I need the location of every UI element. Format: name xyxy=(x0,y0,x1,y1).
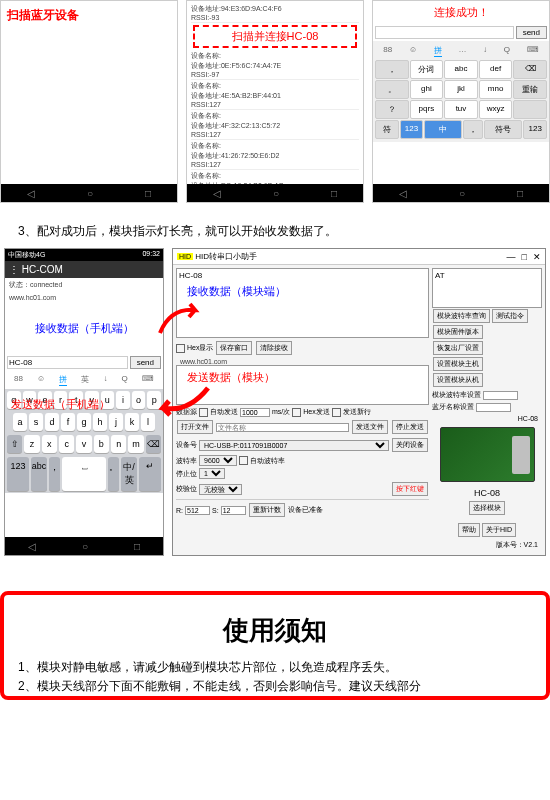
maximize-icon[interactable]: □ xyxy=(522,252,527,262)
send-label-phone: 发送数据（手机端） xyxy=(11,397,110,412)
connect-overlay: 扫描并连接HC-08 xyxy=(193,25,357,48)
status-bar: 中国移动4G09:32 xyxy=(5,249,163,261)
parity-select[interactable]: 无校验 xyxy=(199,484,242,495)
scan-title: 扫描蓝牙设备 xyxy=(1,1,177,30)
home-icon[interactable]: ○ xyxy=(87,188,93,199)
instruction-3: 3、配对成功后，模块指示灯长亮，就可以开始收发数据了。 xyxy=(0,213,550,248)
hex-send-checkbox[interactable] xyxy=(292,408,301,417)
arrow-send xyxy=(153,383,213,423)
help-button[interactable]: 帮助 xyxy=(458,523,480,537)
space-key[interactable]: ⎵ xyxy=(62,457,106,491)
about-button[interactable]: 关于HID xyxy=(482,523,516,537)
connected-title: 连接成功！ xyxy=(373,1,549,24)
send-button[interactable]: send xyxy=(130,356,161,369)
hex-show-checkbox[interactable] xyxy=(176,344,185,353)
receive-textarea[interactable]: HC-08 接收数据（模块端） xyxy=(176,268,429,338)
stopbit-select[interactable]: 1 xyxy=(199,468,225,479)
auto-baud-checkbox[interactable] xyxy=(239,456,248,465)
keyboard: 88 ☺ 拼 … ↓ Q ⌨ ，分词abcdef⌫ 。ghijklmno重输 ？… xyxy=(373,41,549,142)
send-file-button[interactable]: 发送文件 xyxy=(352,420,388,434)
btn-set-master[interactable]: 设置模块主机 xyxy=(433,357,483,371)
select-module-button[interactable]: 选择模块 xyxy=(469,501,505,515)
btn-firmware[interactable]: 模块固件版本 xyxy=(433,325,483,339)
window-titlebar: HID HID转串口小助手 —□✕ xyxy=(173,249,545,265)
btn-set-slave[interactable]: 设置模块从机 xyxy=(433,373,483,387)
baud-select[interactable]: 9600 xyxy=(199,455,237,466)
recount-button[interactable]: 重新计数 xyxy=(249,503,285,517)
press-red-button[interactable]: 按下红键 xyxy=(392,482,428,496)
close-icon[interactable]: ✕ xyxy=(533,252,541,262)
notice-title: 使用须知 xyxy=(12,607,538,658)
notice-line-2: 2、模块天线部分下面不能敷铜，不能走线，否则会影响信号。建议天线部分 xyxy=(12,677,538,696)
save-window-button[interactable]: 保存窗口 xyxy=(216,341,252,355)
send-label-win: 发送数据（模块） xyxy=(179,368,426,387)
module-label: HC-08 xyxy=(432,486,542,500)
btn-test-cmd[interactable]: 测试指令 xyxy=(492,309,528,323)
send-button[interactable]: send xyxy=(516,26,547,39)
clear-recv-button[interactable]: 清除接收 xyxy=(256,341,292,355)
module-photo xyxy=(440,427,535,482)
conn-status: 状态：connected xyxy=(5,278,163,292)
hid-serial-window: HID HID转串口小助手 —□✕ HC-08 接收数据（模块端） Hex显示 … xyxy=(172,248,546,556)
at-textarea[interactable]: AT xyxy=(432,268,542,308)
device-list: 设备地址:94:E3:6D:9A:C4:F6RSSI:-93 扫描并连接HC-0… xyxy=(187,1,363,202)
minimize-icon[interactable]: — xyxy=(507,252,516,262)
phone-connected: 连接成功！ send 88 ☺ 拼 … ↓ Q ⌨ ，分词abcdef⌫ 。gh… xyxy=(372,0,550,203)
phone-hccom: 中国移动4G09:32 ⋮ HC-COM 状态：connected www.hc… xyxy=(4,248,164,556)
send-newline-checkbox[interactable] xyxy=(332,408,341,417)
app-title-bar: ⋮ HC-COM xyxy=(5,261,163,278)
send-textarea[interactable]: 发送数据（模块） xyxy=(176,365,429,405)
device-select[interactable]: HC-USB-P:0117091B0007 xyxy=(199,440,389,451)
back-icon[interactable]: ◁ xyxy=(27,188,35,199)
recent-icon[interactable]: □ xyxy=(145,188,151,199)
stop-send-button[interactable]: 停止发送 xyxy=(392,420,428,434)
filename-input[interactable] xyxy=(216,423,349,432)
android-nav: ◁○□ xyxy=(1,184,177,202)
btn-baud-query[interactable]: 模块波特率查询 xyxy=(433,309,490,323)
baud-set-input[interactable] xyxy=(483,391,518,400)
device-input[interactable] xyxy=(7,356,128,369)
url-line: www.hc01.com xyxy=(5,292,163,303)
close-device-button[interactable]: 关闭设备 xyxy=(392,438,428,452)
notice-line-1: 1、模块对静电敏感，请减少触碰到模块芯片部位，以免造成程序丢失。 xyxy=(12,658,538,677)
arrow-receive xyxy=(155,298,205,338)
msg-input[interactable] xyxy=(375,26,514,39)
usage-notice: 使用须知 1、模块对静电敏感，请减少触碰到模块芯片部位，以免造成程序丢失。 2、… xyxy=(0,591,550,700)
interval-input[interactable] xyxy=(240,408,270,417)
phone-scan: 扫描蓝牙设备 ◁○□ xyxy=(0,0,178,203)
receive-label-phone: 接收数据（手机端） xyxy=(5,303,163,354)
phone-device-list: 设备地址:94:E3:6D:9A:C4:F6RSSI:-93 扫描并连接HC-0… xyxy=(186,0,364,203)
receive-label-win: 接收数据（模块端） xyxy=(179,280,426,303)
menu-icon[interactable]: ⋮ xyxy=(9,264,19,275)
btn-factory-reset[interactable]: 恢复出厂设置 xyxy=(433,341,483,355)
btname-input[interactable] xyxy=(476,403,511,412)
